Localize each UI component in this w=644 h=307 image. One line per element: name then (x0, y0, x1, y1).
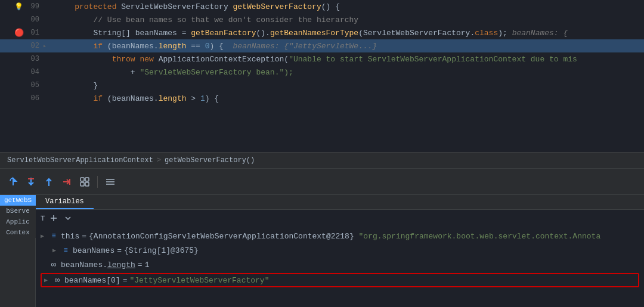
var-value-beannames: {String[1]@3675} (124, 246, 199, 255)
code-editor: 💡 99 protected ServletWebServerFactory g… (0, 0, 644, 152)
var-name-beannames0: beanNames[0] (64, 276, 120, 285)
fold-02: ▸ (43, 42, 49, 49)
var-name-this: this (61, 232, 79, 241)
left-panel-item-bserve[interactable]: bServe (0, 206, 36, 216)
expand-length: ▶ (41, 261, 49, 268)
line-gutter-06: 06 (0, 94, 54, 103)
left-panel-item-contex[interactable]: Contex (0, 227, 36, 238)
var-icon-beannames: ≡ (61, 246, 70, 255)
left-panel: getWebS bServe Applic Contex (0, 195, 36, 307)
var-equals-this: = (82, 232, 86, 241)
tab-variables[interactable]: Variables (36, 195, 94, 209)
breadcrumb-separator: > (157, 156, 161, 165)
code-content-00: // Use bean names so that we don't consi… (54, 15, 644, 24)
bottom-section: getWebS bServe Applic Contex Variables ⊤… (0, 195, 644, 307)
line-number-05: 05 (26, 81, 39, 89)
var-icon-beannames0: ∞ (52, 275, 62, 285)
line-number-99: 99 (26, 2, 39, 11)
filter-button[interactable]: ⊤ (41, 213, 45, 223)
left-panel-item-applic[interactable]: Applic (0, 216, 36, 227)
breadcrumb: ServletWebServerApplicationContext > get… (0, 152, 644, 169)
svg-rect-7 (80, 182, 84, 186)
evaluate-button[interactable] (78, 175, 92, 189)
line-gutter-03: 03 (0, 55, 54, 63)
code-content-02: if (beanNames.length == 0) { beanNames: … (54, 42, 644, 51)
var-icon-this: ≡ (49, 231, 58, 241)
code-line-06: 06 if (beanNames.length > 1) { (0, 92, 644, 105)
code-line-99: 💡 99 protected ServletWebServerFactory g… (0, 0, 644, 13)
line-gutter-05: 05 (0, 81, 54, 89)
code-line-00: 00 // Use bean names so that we don't co… (0, 13, 644, 26)
var-icon-length: ∞ (49, 260, 58, 269)
code-line-03: 03 throw new ApplicationContextException… (0, 52, 644, 66)
var-row-beannames[interactable]: ▶ ≡ beanNames = {String[1]@3675} (36, 243, 644, 258)
code-content-03: throw new ApplicationContextException("U… (54, 55, 644, 64)
breadcrumb-part1[interactable]: ServletWebServerApplicationContext (7, 156, 153, 165)
code-line-04: 04 + "ServletWebServerFactory bean."); (0, 66, 644, 79)
svg-rect-6 (85, 178, 89, 181)
code-content-05: } (54, 81, 644, 90)
code-content-04: + "ServletWebServerFactory bean."); (54, 68, 644, 77)
line-number-06: 06 (26, 94, 39, 103)
var-name-beannames: beanNames (73, 246, 114, 255)
panel-tabs: Variables (36, 195, 644, 210)
run-to-cursor-button[interactable] (60, 175, 74, 189)
code-lines: 💡 99 protected ServletWebServerFactory g… (0, 0, 644, 105)
code-content-06: if (beanNames.length > 1) { (54, 94, 644, 103)
line-gutter-00: 00 (0, 15, 54, 24)
var-name-length: beanNames.length (61, 261, 135, 269)
svg-rect-8 (85, 182, 89, 186)
step-into-button[interactable] (24, 175, 38, 189)
expand-beannames[interactable]: ▶ (52, 247, 61, 254)
left-panel-item-getwebs[interactable]: getWebS (0, 195, 36, 206)
line-number-01: 01 (26, 29, 39, 37)
var-row-this[interactable]: ▶ ≡ this = {AnnotationConfigServletWebSe… (36, 229, 644, 243)
var-equals-length: = (138, 261, 143, 269)
variables-list: ▶ ≡ this = {AnnotationConfigServletWebSe… (36, 227, 644, 291)
line-gutter-04: 04 (0, 68, 54, 76)
breakpoint-icon-01[interactable]: 🔴 (14, 28, 23, 38)
code-line-05: 05 } (0, 79, 644, 92)
line-number-00: 00 (26, 15, 39, 24)
var-row-beannames0[interactable]: ▶ ∞ beanNames[0] = "JettyServletWebServe… (41, 273, 639, 287)
bulb-icon-99[interactable]: 💡 (14, 2, 23, 11)
code-line-01: 🔴 01 String[] beanNames = getBeanFactory… (0, 26, 644, 39)
line-number-03: 03 (26, 55, 39, 63)
line-gutter-99: 💡 99 (0, 2, 54, 11)
variables-panel: Variables ⊤ ▶ ≡ this = {AnnotationConfig… (36, 195, 644, 307)
var-value-this: {AnnotationConfigServletWebServerApplica… (89, 232, 600, 241)
code-line-02: 02 ▸ if (beanNames.length == 0) { beanNa… (0, 39, 644, 52)
var-value-length: 1 (145, 261, 150, 269)
var-row-length[interactable]: ▶ ∞ beanNames.length = 1 (36, 258, 644, 272)
svg-rect-5 (80, 178, 84, 181)
line-number-02: 02 (26, 42, 39, 50)
step-over-button[interactable] (6, 175, 20, 189)
line-number-04: 04 (26, 68, 39, 76)
code-content-99: protected ServletWebServerFactory getWeb… (54, 2, 644, 11)
flatten-button[interactable] (103, 175, 117, 189)
line-gutter-02: 02 ▸ (0, 42, 54, 50)
expand-this[interactable]: ▶ (41, 232, 49, 240)
var-equals-beannames: = (117, 246, 122, 255)
expand-button[interactable] (62, 212, 74, 224)
expand-beannames0[interactable]: ▶ (44, 277, 52, 284)
toolbar-separator (97, 176, 98, 188)
step-out-button[interactable] (42, 175, 56, 189)
code-content-01: String[] beanNames = getBeanFactory().ge… (54, 29, 644, 38)
debug-toolbar (0, 169, 644, 195)
var-value-beannames0: "JettyServletWebServerFactory" (129, 276, 269, 285)
breadcrumb-part2[interactable]: getWebServerFactory() (165, 156, 255, 165)
panel-toolbar: ⊤ (36, 210, 644, 227)
var-equals-beannames0: = (123, 276, 128, 285)
line-gutter-01: 🔴 01 (0, 28, 54, 38)
add-watch-button[interactable] (48, 212, 60, 224)
